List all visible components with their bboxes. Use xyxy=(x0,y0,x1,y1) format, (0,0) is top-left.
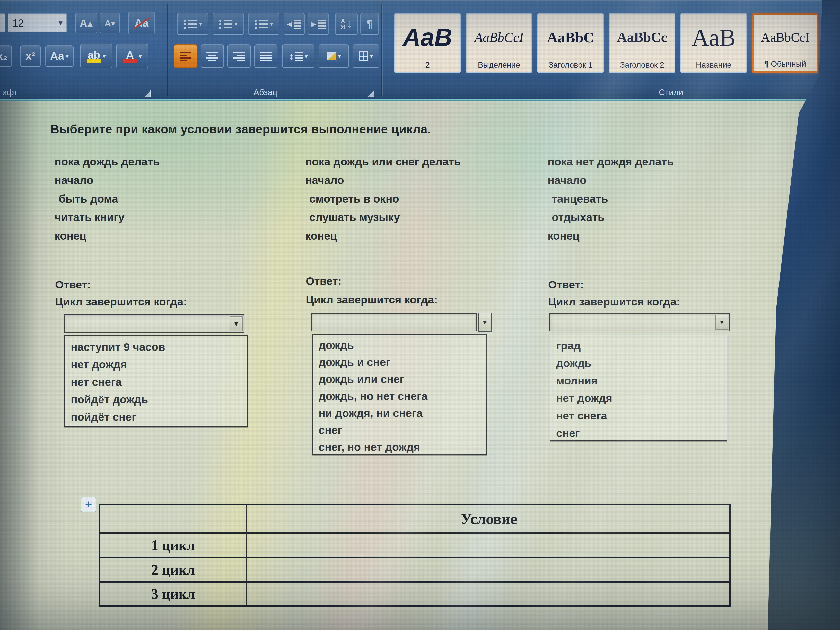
group-separator xyxy=(381,3,382,96)
font-name-combo-clipped[interactable] xyxy=(0,13,5,32)
style-chip-nazvanie[interactable]: АаВ Название xyxy=(681,13,747,73)
table-row-label: 1 цикл xyxy=(100,534,246,557)
list-item[interactable]: нет дождя xyxy=(65,356,247,373)
style-label: Заголовок 1 xyxy=(548,60,593,70)
indent-lines-icon xyxy=(318,19,325,29)
style-preview: AaBbCcI xyxy=(761,15,810,60)
font-size-value: 12 xyxy=(13,17,24,29)
condition-combobox-1[interactable]: ▼ xyxy=(64,314,245,333)
list-item[interactable]: пойдёт дождь xyxy=(65,391,247,408)
chevron-down-icon: ▼ xyxy=(233,320,239,327)
change-case-icon: Аа xyxy=(50,50,64,62)
list-item[interactable]: дождь или снег xyxy=(313,371,486,388)
borders-button[interactable]: ▾ xyxy=(352,44,379,68)
group-separator xyxy=(167,3,167,96)
pilcrow-icon: ¶ xyxy=(366,18,373,30)
sort-button[interactable]: А Я ↓ xyxy=(335,13,358,35)
align-center-button[interactable] xyxy=(201,44,224,68)
bullet-list-button[interactable]: ▾ xyxy=(177,13,208,35)
combobox-dropdown-button[interactable]: ▼ xyxy=(478,313,492,332)
align-left-button[interactable] xyxy=(174,44,197,68)
chevron-down-icon: ▾ xyxy=(66,52,69,60)
page-left-shadow xyxy=(0,101,39,630)
combobox-dropdown-button[interactable]: ▼ xyxy=(715,315,728,330)
code-line: конец xyxy=(548,226,789,245)
list-item[interactable]: дождь xyxy=(313,336,486,354)
styles-group-label: Стили xyxy=(659,87,683,97)
list-item[interactable]: снег xyxy=(313,422,486,439)
line-spacing-button[interactable]: ↕ ▾ xyxy=(282,44,314,68)
grow-font-button[interactable]: А▴ xyxy=(75,13,97,33)
table-cell-empty[interactable] xyxy=(247,583,731,605)
options-list-3: град дождь молния нет дождя нет снега сн… xyxy=(550,335,727,441)
left-arrow-icon: ◀ xyxy=(287,20,292,28)
text-highlight-button[interactable]: ab ▾ xyxy=(80,44,112,68)
code-line: смотреть в окно xyxy=(305,189,547,208)
style-label: 2 xyxy=(425,60,429,70)
list-item[interactable]: нет снега xyxy=(65,373,247,391)
loop-code-3: пока нет дождя делать начало танцевать о… xyxy=(548,152,789,245)
font-size-combo[interactable]: 12 ▼ xyxy=(8,13,67,32)
condition-combobox-3[interactable]: ▼ xyxy=(549,313,730,332)
decrease-indent-button[interactable]: ◀ xyxy=(284,13,305,35)
font-dialog-launcher-icon[interactable] xyxy=(144,90,151,97)
style-chip-vydelenie[interactable]: AaBbCcI Выделение xyxy=(466,13,532,73)
list-item[interactable]: наступит 9 часов xyxy=(65,338,247,356)
borders-grid-icon xyxy=(359,52,368,61)
list-item[interactable]: ни дождя, ни снега xyxy=(313,404,486,422)
ribbon: 12 ▼ А▴ А▾ Аа х₂ х² Аа ▾ ab ▾ xyxy=(0,0,840,101)
chevron-down-icon: ▼ xyxy=(57,19,64,27)
justify-icon xyxy=(260,51,272,61)
up-down-arrows-icon: ↕ xyxy=(289,51,294,62)
align-right-button[interactable] xyxy=(227,44,251,68)
list-item[interactable]: снег, но нет дождя xyxy=(313,439,486,456)
list-item[interactable]: дождь и снег xyxy=(313,354,486,371)
condition-combobox-2[interactable]: ▼ xyxy=(311,313,477,332)
chevron-down-icon: ▾ xyxy=(199,21,202,28)
numbered-list-button[interactable]: ▾ xyxy=(213,13,244,35)
list-item[interactable]: град xyxy=(551,337,726,354)
code-line: слушать музыку xyxy=(305,208,547,226)
list-item[interactable]: молния xyxy=(551,372,726,389)
font-color-button[interactable]: А ▾ xyxy=(116,44,148,68)
shading-button[interactable]: ▾ xyxy=(319,44,349,68)
table-move-handle-icon[interactable]: + xyxy=(81,497,96,512)
word-window: 12 ▼ А▴ А▾ Аа х₂ х² Аа ▾ ab ▾ xyxy=(0,0,840,630)
style-chip-zagolovok1[interactable]: AaBbC Заголовок 1 xyxy=(537,13,604,73)
subscript-button[interactable]: х₂ xyxy=(0,45,12,67)
show-paragraph-marks-button[interactable]: ¶ xyxy=(360,13,379,35)
prompt-label-3: Цикл завершится когда: xyxy=(548,295,680,308)
list-item[interactable]: снег xyxy=(551,425,726,442)
loop-code-1: пока дождь делать начало быть дома читат… xyxy=(55,152,297,245)
change-case-button[interactable]: Аа ▾ xyxy=(45,45,74,67)
paint-bucket-icon xyxy=(327,52,336,60)
superscript-button[interactable]: х² xyxy=(20,45,41,67)
chevron-down-icon: ▾ xyxy=(270,21,273,28)
code-line: читать книгу xyxy=(55,208,297,226)
chevron-down-icon: ▼ xyxy=(482,319,488,326)
paragraph-dialog-launcher-icon[interactable] xyxy=(368,90,374,97)
table-cell-empty[interactable] xyxy=(247,534,731,557)
style-chip-obychnyi-selected[interactable]: AaBbCcI ¶ Обычный xyxy=(752,13,818,73)
superscript-icon: х² xyxy=(25,50,35,62)
list-item[interactable]: пойдёт снег xyxy=(65,408,247,426)
list-item[interactable]: дождь xyxy=(551,354,726,372)
justify-button[interactable] xyxy=(254,44,278,68)
style-chip-2[interactable]: AaB 2 xyxy=(394,13,461,73)
shrink-font-button[interactable]: А▾ xyxy=(100,13,120,33)
right-arrow-icon: ▶ xyxy=(311,20,316,28)
code-line: пока дождь делать xyxy=(55,152,297,171)
table-cell-empty[interactable] xyxy=(247,558,731,581)
style-chip-zagolovok2[interactable]: AaBbCc Заголовок 2 xyxy=(609,13,675,73)
list-item[interactable]: нет дождя xyxy=(551,389,726,407)
list-item[interactable]: дождь, но нет снега xyxy=(313,388,486,404)
code-line: начало xyxy=(548,171,789,189)
list-item[interactable]: нет снега xyxy=(551,407,726,425)
clear-formatting-button[interactable]: Аа xyxy=(128,12,155,35)
task-title: Выберите при каком условии завершится вы… xyxy=(51,122,431,136)
shrink-font-icon: А▾ xyxy=(104,18,115,28)
multilevel-list-button[interactable]: ▾ xyxy=(248,13,279,35)
increase-indent-button[interactable]: ▶ xyxy=(308,13,329,35)
style-preview: AaB xyxy=(403,14,452,60)
combobox-dropdown-button[interactable]: ▼ xyxy=(230,316,243,331)
